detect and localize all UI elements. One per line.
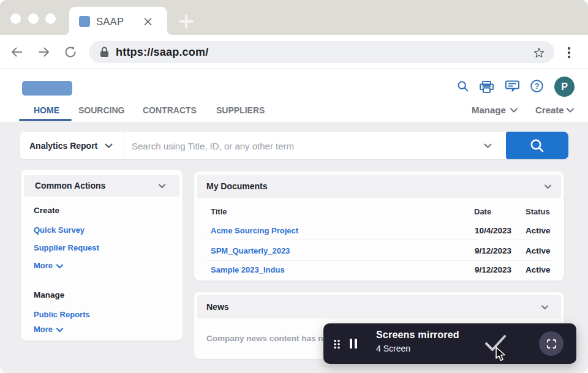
svg-text:?: ?	[535, 82, 540, 91]
